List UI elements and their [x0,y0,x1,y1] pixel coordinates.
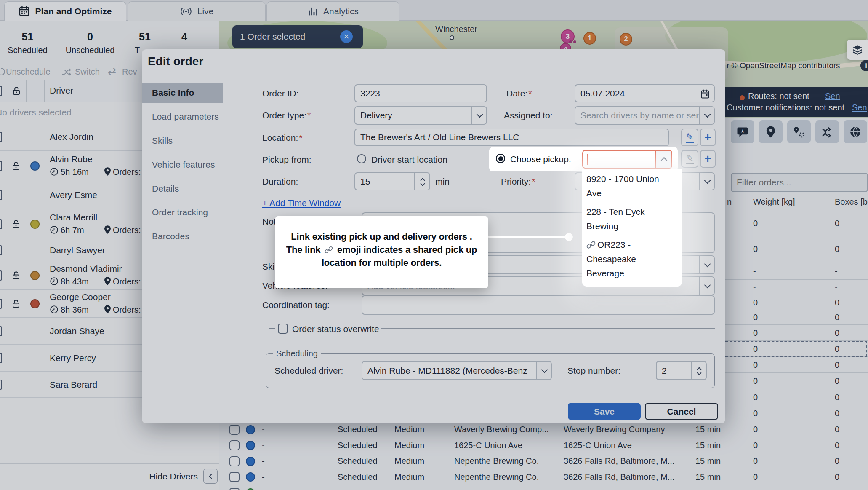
lock-open-icon[interactable] [11,161,21,173]
choose-pickup-option[interactable]: Choose pickup: [510,154,571,164]
choose-pickup-radio[interactable] [496,154,505,163]
order-row[interactable]: - Scheduled Medium Nepenthe Brewing Co. … [219,469,868,485]
header-checkbox-partial[interactable] [0,86,2,96]
modal-tab-details[interactable]: Details [142,184,223,194]
order-id-input[interactable] [354,84,487,102]
order-row[interactable]: - Scheduled Medium Nepenthe Brewing Co. … [219,453,868,469]
choose-pickup-combobox[interactable] [582,150,672,169]
order-row[interactable]: 00 [725,405,868,421]
stop-number-input[interactable]: 2 [656,361,707,380]
row-checkbox-partial[interactable] [0,245,2,255]
pin-button[interactable] [759,120,783,143]
duration-input[interactable]: 15 [354,172,430,190]
lock-open-icon[interactable] [11,270,21,282]
row-checkbox[interactable] [229,472,240,482]
lock-open-icon[interactable] [11,86,21,98]
calendar-icon[interactable] [700,89,710,101]
stepper[interactable] [414,172,430,190]
order-row[interactable]: 00 [725,357,868,373]
order-row[interactable]: - Scheduled Medium 1625-C Union Ave 1625… [219,437,868,453]
order-status-overwrite-checkbox[interactable] [278,324,288,334]
order-status-overwrite-label[interactable]: Order status overwrite [292,324,379,334]
order-row[interactable]: 00 [725,325,868,341]
order-row[interactable]: 00 [725,389,868,405]
lock-open-icon[interactable] [11,219,21,231]
driver-start-location-radio[interactable] [357,154,366,163]
location-input[interactable] [354,129,669,146]
map-layers-button[interactable] [847,40,868,60]
scheduled-driver-select[interactable]: Alvin Rube - MD111882 (Mercedes-Benz [362,361,552,380]
stops-route-button[interactable] [787,120,811,143]
row-checkbox-partial[interactable] [0,190,2,200]
modal-tab-basic-info[interactable]: Basic Info [142,88,223,98]
add-location-button[interactable]: + [700,129,716,146]
modal-tab-barcodes[interactable]: Barcodes [142,231,223,241]
row-checkbox[interactable] [229,456,240,466]
order-row[interactable]: -- [725,280,868,295]
modal-tab-order-tracking[interactable]: Order tracking [142,207,223,217]
date-input[interactable]: 05.07.2024 [575,84,715,102]
pickup-option[interactable]: 8920 - 1700 Union Ave [582,170,682,203]
row-checkbox-partial[interactable] [0,161,2,171]
edit-location-button[interactable]: ✎ [681,129,698,146]
column-header-boxes[interactable]: Boxes [b [835,197,868,207]
row-checkbox[interactable] [229,440,240,450]
banner-close-button[interactable]: × [340,30,353,43]
row-checkbox-partial[interactable] [0,299,2,309]
order-row[interactable]: 00 [725,373,868,389]
stat-value: 0 [59,31,121,43]
switch-button[interactable]: Switch [75,67,100,77]
hide-drivers-label[interactable]: Hide Drivers [143,471,198,482]
order-row[interactable]: -- [725,262,868,280]
filter-orders-input[interactable] [731,173,868,192]
modal-tab-load-parameters[interactable]: Load parameters [142,112,223,122]
tab-live[interactable]: Live [128,1,266,21]
row-checkbox-partial[interactable] [0,380,2,390]
edit-pickup-button-disabled[interactable]: ✎ [681,150,698,168]
save-button[interactable]: Save [568,403,641,420]
stepper[interactable] [691,361,707,380]
order-row[interactable]: - Scheduled Medium Waverly Brewing Comp.… [219,422,868,437]
modal-tab-skills[interactable]: Skills [142,136,223,146]
order-row[interactable]: - Scheduled Medium N Howard St, Balti...… [219,485,868,490]
row-checkbox-partial[interactable] [0,132,2,142]
map-marker-1[interactable]: 1 [583,32,596,45]
order-row[interactable]: 00 [725,211,868,236]
comments-button[interactable]: ★ [731,120,754,143]
row-checkbox[interactable] [229,488,240,490]
unschedule-button[interactable]: Unschedule [6,67,51,77]
row-checkbox-partial[interactable] [0,219,2,229]
column-header-duration-partial: n [727,197,732,207]
cancel-button[interactable]: Cancel [645,403,718,420]
routes-send-link[interactable]: Sen [825,91,840,101]
driver-start-location-option[interactable]: Driver start location [371,155,447,165]
collapse-options-button[interactable] [655,151,671,168]
map-marker-2[interactable]: 2 [620,33,632,46]
map-marker-cluster-3[interactable]: 3 [561,29,575,43]
routes-button[interactable] [815,120,839,143]
order-row[interactable]: 00 [725,236,868,262]
pickup-option[interactable]: 228 - Ten Eyck Brewing [582,203,682,236]
tab-analytics[interactable]: Analytics [266,1,399,21]
assigned-to-select[interactable]: Search drivers by name or ser [575,106,715,125]
order-row[interactable]: 00 [725,310,868,325]
pickup-option-linked[interactable]: OR223 - Chesapeake Beverage [582,236,682,283]
order-row[interactable]: 00 [725,295,868,310]
add-pickup-button[interactable]: + [700,150,716,168]
add-time-window-link[interactable]: + Add Time Window [262,198,341,208]
lock-open-icon[interactable] [11,299,21,311]
column-header-weight[interactable]: Weight [kg] [753,197,795,207]
row-checkbox-partial[interactable] [0,353,2,363]
tab-plan-and-optimize[interactable]: Plan and Optimize [4,1,126,21]
row-checkbox-partial[interactable] [0,326,2,336]
collapse-drivers-button[interactable] [203,469,218,484]
globe-button[interactable] [844,120,867,143]
row-checkbox-partial[interactable] [0,270,2,281]
order-type-select[interactable]: Delivery [354,106,487,125]
customer-send-link[interactable]: Sen [852,103,867,112]
coordination-tag-input[interactable] [362,295,715,315]
row-checkbox[interactable] [229,425,240,435]
drivers-column-header[interactable]: Driver [50,86,73,96]
modal-tab-vehicle-features[interactable]: Vehicle features [142,160,223,170]
reverse-button[interactable]: Rev [122,67,137,77]
